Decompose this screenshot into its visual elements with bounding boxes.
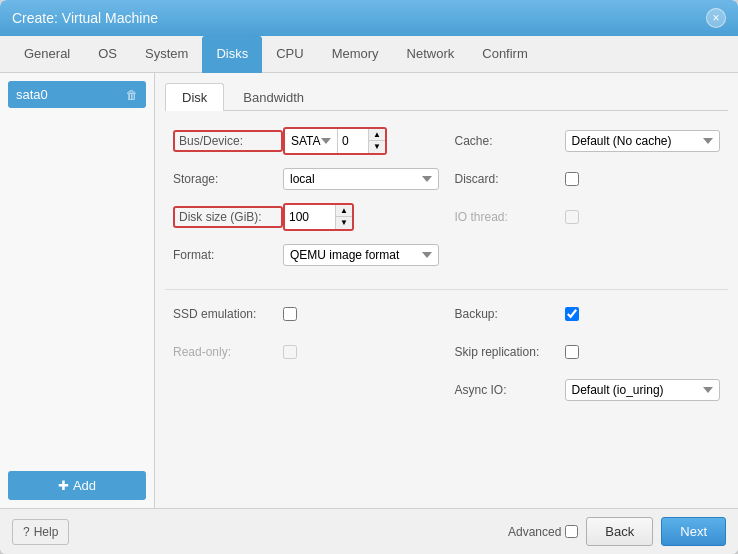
- disk-size-row: Disk size (GiB): ▲ ▼: [173, 203, 439, 231]
- tab-confirm[interactable]: Confirm: [468, 36, 542, 73]
- cache-label: Cache:: [455, 134, 565, 148]
- sidebar: sata0 🗑 ✚ Add: [0, 73, 155, 508]
- disk-form: Bus/Device: SATA ▲ ▼: [165, 123, 728, 418]
- async-io-select[interactable]: Default (io_uring): [565, 379, 721, 401]
- advanced-label[interactable]: Advanced: [508, 525, 578, 539]
- advanced-checkbox[interactable]: [565, 525, 578, 538]
- disk-size-control: ▲ ▼: [283, 203, 439, 231]
- next-button[interactable]: Next: [661, 517, 726, 546]
- delete-icon[interactable]: 🗑: [126, 88, 138, 102]
- bus-device-select[interactable]: SATA: [285, 131, 337, 151]
- ssd-row: SSD emulation:: [173, 300, 439, 328]
- cache-row: Cache: Default (No cache): [455, 127, 721, 155]
- storage-select[interactable]: local: [283, 168, 439, 190]
- bus-device-row: Bus/Device: SATA ▲ ▼: [173, 127, 439, 155]
- help-button[interactable]: ? Help: [12, 519, 69, 545]
- discard-control: [565, 172, 721, 186]
- inner-tabs: Disk Bandwidth: [165, 83, 728, 111]
- format-label: Format:: [173, 248, 283, 262]
- disk-size-up[interactable]: ▲: [336, 205, 352, 217]
- discard-row: Discard:: [455, 165, 721, 193]
- inner-tab-disk[interactable]: Disk: [165, 83, 224, 111]
- readonly-row: Read-only:: [173, 338, 439, 366]
- readonly-label: Read-only:: [173, 345, 283, 359]
- plus-icon: ✚: [58, 478, 69, 493]
- async-io-label: Async IO:: [455, 383, 565, 397]
- create-vm-dialog: Create: Virtual Machine × General OS Sys…: [0, 0, 738, 554]
- ssd-control: [283, 307, 439, 321]
- help-label: Help: [34, 525, 59, 539]
- bus-device-label: Bus/Device:: [173, 130, 283, 152]
- ssd-label: SSD emulation:: [173, 307, 283, 321]
- io-thread-label: IO thread:: [455, 210, 565, 224]
- discard-label: Discard:: [455, 172, 565, 186]
- bus-device-down[interactable]: ▼: [369, 141, 385, 153]
- disk-size-wrapper: ▲ ▼: [283, 203, 354, 231]
- advanced-text: Advanced: [508, 525, 561, 539]
- tab-system[interactable]: System: [131, 36, 202, 73]
- close-button[interactable]: ×: [706, 8, 726, 28]
- async-io-row: Async IO: Default (io_uring): [455, 376, 721, 404]
- tab-os[interactable]: OS: [84, 36, 131, 73]
- backup-checkbox[interactable]: [565, 307, 579, 321]
- async-io-control: Default (io_uring): [565, 379, 721, 401]
- tab-disks[interactable]: Disks: [202, 36, 262, 73]
- sidebar-item-sata0[interactable]: sata0 🗑: [8, 81, 146, 108]
- io-thread-checkbox[interactable]: [565, 210, 579, 224]
- bus-device-up[interactable]: ▲: [369, 129, 385, 141]
- form-right: Cache: Default (No cache) Discard:: [447, 123, 729, 283]
- backup-label: Backup:: [455, 307, 565, 321]
- tab-general[interactable]: General: [10, 36, 84, 73]
- tab-network[interactable]: Network: [393, 36, 469, 73]
- format-select[interactable]: QEMU image format: [283, 244, 439, 266]
- bus-device-num-input[interactable]: [338, 131, 368, 151]
- skip-replication-label: Skip replication:: [455, 345, 565, 359]
- disk-size-input[interactable]: [285, 207, 335, 227]
- io-thread-control: [565, 210, 721, 224]
- io-thread-row: IO thread:: [455, 203, 721, 231]
- add-button[interactable]: ✚ Add: [8, 471, 146, 500]
- help-icon: ?: [23, 525, 30, 539]
- discard-checkbox[interactable]: [565, 172, 579, 186]
- dialog-body: sata0 🗑 ✚ Add Disk Bandwidth Bus/D: [0, 73, 738, 508]
- back-button[interactable]: Back: [586, 517, 653, 546]
- skip-replication-row: Skip replication:: [455, 338, 721, 366]
- storage-label: Storage:: [173, 172, 283, 186]
- cache-select[interactable]: Default (No cache): [565, 130, 721, 152]
- bus-device-spinner: ▲ ▼: [368, 129, 385, 153]
- format-control: QEMU image format: [283, 244, 439, 266]
- footer-left: ? Help: [12, 519, 69, 545]
- format-row: Format: QEMU image format: [173, 241, 439, 269]
- tab-cpu[interactable]: CPU: [262, 36, 317, 73]
- ssd-checkbox[interactable]: [283, 307, 297, 321]
- readonly-control: [283, 345, 439, 359]
- form-divider: [165, 289, 728, 290]
- skip-replication-checkbox[interactable]: [565, 345, 579, 359]
- skip-replication-control: [565, 345, 721, 359]
- dialog-header: Create: Virtual Machine ×: [0, 0, 738, 36]
- form-left: Bus/Device: SATA ▲ ▼: [165, 123, 447, 283]
- form-bottom-left: SSD emulation: Read-only:: [165, 296, 447, 418]
- cache-control: Default (No cache): [565, 130, 721, 152]
- storage-row: Storage: local: [173, 165, 439, 193]
- add-label: Add: [73, 478, 96, 493]
- dialog-title: Create: Virtual Machine: [12, 10, 158, 26]
- readonly-checkbox[interactable]: [283, 345, 297, 359]
- storage-control: local: [283, 168, 439, 190]
- tab-memory[interactable]: Memory: [318, 36, 393, 73]
- backup-control: [565, 307, 721, 321]
- disk-size-down[interactable]: ▼: [336, 217, 352, 229]
- tabs-bar: General OS System Disks CPU Memory Netwo…: [0, 36, 738, 73]
- backup-row: Backup:: [455, 300, 721, 328]
- inner-tab-bandwidth[interactable]: Bandwidth: [226, 83, 321, 111]
- sidebar-item-label: sata0: [16, 87, 48, 102]
- main-content: Disk Bandwidth Bus/Device: SATA: [155, 73, 738, 508]
- dialog-footer: ? Help Advanced Back Next: [0, 508, 738, 554]
- disk-size-label: Disk size (GiB):: [173, 206, 283, 228]
- disk-size-spinner: ▲ ▼: [335, 205, 352, 229]
- form-bottom-right: Backup: Skip replication:: [447, 296, 729, 418]
- bus-device-control: SATA ▲ ▼: [283, 127, 439, 155]
- footer-right: Advanced Back Next: [508, 517, 726, 546]
